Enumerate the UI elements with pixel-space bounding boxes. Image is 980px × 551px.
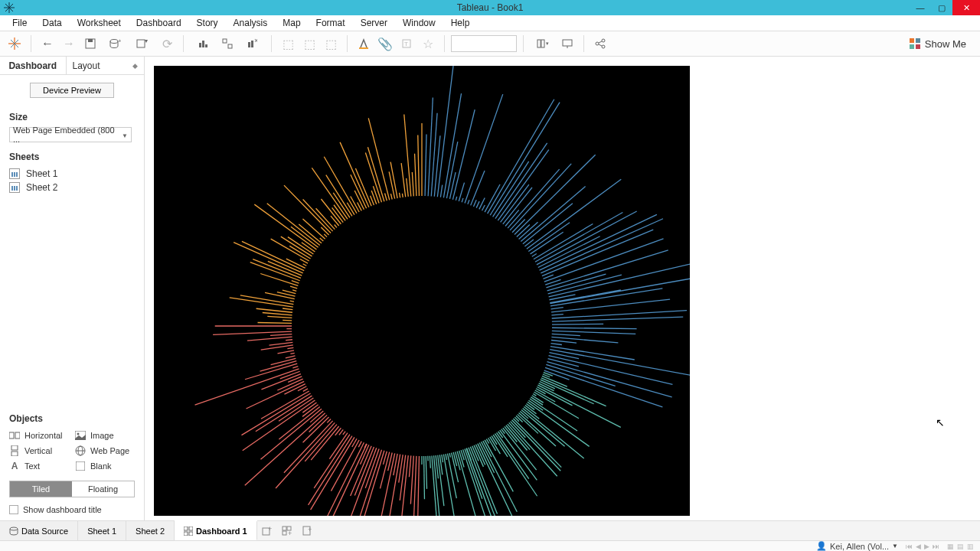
svg-line-134 xyxy=(407,178,409,197)
tab-sheet1[interactable]: Sheet 1 xyxy=(78,521,126,540)
menu-file[interactable]: File xyxy=(5,16,34,30)
svg-line-281 xyxy=(426,456,426,489)
menu-window[interactable]: Window xyxy=(395,16,443,30)
svg-line-124 xyxy=(437,66,454,197)
svg-rect-35 xyxy=(910,38,914,43)
svg-line-318 xyxy=(495,434,537,497)
maximize-button[interactable]: ▢ xyxy=(931,0,952,15)
svg-line-212 xyxy=(287,347,293,348)
svg-line-215 xyxy=(286,356,296,358)
swap-icon[interactable] xyxy=(190,34,216,54)
svg-line-231 xyxy=(256,396,312,432)
highlight-icon[interactable] xyxy=(354,34,374,54)
menu-worksheet[interactable]: Worksheet xyxy=(70,16,129,30)
object-webpage[interactable]: Web Page xyxy=(75,445,135,456)
object-text[interactable]: AText xyxy=(9,461,69,471)
tableau-logo-icon[interactable] xyxy=(5,34,24,54)
tiled-button[interactable]: Tiled xyxy=(10,481,72,497)
menu-dashboard[interactable]: Dashboard xyxy=(129,16,189,30)
minimize-button[interactable]: — xyxy=(910,0,931,15)
new-worksheet-tab-icon[interactable]: + xyxy=(257,526,277,536)
new-worksheet-icon[interactable]: ▾ xyxy=(129,34,155,54)
svg-rect-365 xyxy=(184,532,188,536)
chevron-icon: ◆ xyxy=(132,62,138,70)
refresh-icon[interactable]: ⟳ xyxy=(157,34,177,54)
pin-icon[interactable]: ☆ xyxy=(418,34,438,54)
vertical-icon xyxy=(9,445,20,456)
sidebar-tab-layout[interactable]: Layout◆ xyxy=(66,57,145,74)
attach-icon[interactable]: 📎 xyxy=(375,34,395,54)
device-preview-button[interactable]: Device Preview xyxy=(30,83,114,98)
svg-line-69 xyxy=(551,308,564,309)
size-selector[interactable]: Web Page Embedded (800 ... ▼ xyxy=(9,127,132,142)
svg-line-113 xyxy=(471,171,485,205)
share-icon[interactable] xyxy=(590,34,610,54)
undo-icon[interactable]: ← xyxy=(38,34,57,54)
sheet-item[interactable]: Sheet 2 xyxy=(9,181,135,194)
horizontal-icon xyxy=(9,430,20,441)
sidebar-tab-dashboard[interactable]: Dashboard xyxy=(0,57,66,74)
tab-data-source[interactable]: Data Source xyxy=(0,521,78,540)
tab-sheet2[interactable]: Sheet 2 xyxy=(126,521,175,540)
svg-point-362 xyxy=(10,527,18,530)
show-me-icon xyxy=(910,38,920,49)
svg-text:+: + xyxy=(268,526,272,533)
presentation-icon[interactable] xyxy=(557,34,577,54)
new-story-tab-icon[interactable]: + xyxy=(297,526,317,536)
show-cards-icon[interactable]: ▾ xyxy=(530,34,556,54)
menu-help[interactable]: Help xyxy=(443,16,478,30)
menu-data[interactable]: Data xyxy=(34,16,69,30)
nav-buttons: ⏮◀▶⏭ xyxy=(906,543,939,550)
blank-icon xyxy=(75,461,86,471)
svg-line-248 xyxy=(339,429,343,435)
svg-line-333 xyxy=(518,414,538,433)
svg-line-63 xyxy=(552,328,637,328)
caret-down-icon: ▼ xyxy=(122,132,128,139)
svg-line-224 xyxy=(277,379,302,390)
fit-selector[interactable] xyxy=(451,35,517,52)
new-datasource-icon[interactable]: + xyxy=(102,34,128,54)
svg-line-126 xyxy=(431,113,437,197)
svg-line-162 xyxy=(331,216,339,226)
dashboard-canvas[interactable] xyxy=(154,66,690,516)
user-menu[interactable]: 👤Kei, Allen (Vol...▼ xyxy=(816,541,898,551)
svg-line-213 xyxy=(277,350,294,354)
tab-dashboard1[interactable]: Dashboard 1 xyxy=(175,520,257,540)
text-icon: A xyxy=(9,461,20,471)
redo-icon[interactable]: → xyxy=(59,34,79,54)
menu-server[interactable]: Server xyxy=(353,16,395,30)
floating-button[interactable]: Floating xyxy=(72,481,134,497)
new-dashboard-tab-icon[interactable]: + xyxy=(277,526,297,536)
menu-analysis[interactable]: Analysis xyxy=(226,16,276,30)
separator xyxy=(347,35,348,52)
object-horizontal[interactable]: Horizontal xyxy=(9,430,69,441)
group-icon[interactable] xyxy=(217,34,237,54)
show-me-button[interactable]: Show Me xyxy=(910,38,975,50)
worksheet-icon xyxy=(9,168,20,179)
svg-line-181 xyxy=(303,264,307,266)
save-icon[interactable] xyxy=(80,34,100,54)
close-button[interactable]: ✕ xyxy=(952,0,980,15)
sort-asc-icon[interactable]: ⬚ xyxy=(278,34,298,54)
svg-line-321 xyxy=(500,430,537,480)
menu-story[interactable]: Story xyxy=(189,16,226,30)
caret-down-icon: ▼ xyxy=(892,543,898,549)
svg-line-87 xyxy=(532,253,537,256)
svg-line-130 xyxy=(418,135,420,196)
object-vertical[interactable]: Vertical xyxy=(9,445,69,456)
sort-desc-icon[interactable]: ⬚ xyxy=(299,34,319,54)
sheet-item[interactable]: Sheet 1 xyxy=(9,167,135,181)
svg-text:+: + xyxy=(308,526,312,533)
object-blank[interactable]: Blank xyxy=(75,461,135,471)
svg-rect-371 xyxy=(283,531,286,535)
object-image[interactable]: Image xyxy=(75,430,135,441)
svg-line-84 xyxy=(537,211,637,265)
label-icon[interactable]: T xyxy=(397,34,416,54)
menu-map[interactable]: Map xyxy=(275,16,308,30)
menu-format[interactable]: Format xyxy=(309,16,353,30)
svg-rect-37 xyxy=(910,44,914,49)
svg-line-229 xyxy=(261,391,309,419)
clear-icon[interactable]: × xyxy=(239,34,265,54)
totals-icon[interactable]: ⬚ xyxy=(321,34,341,54)
show-dashboard-title-checkbox[interactable]: Show dashboard title xyxy=(9,505,135,514)
